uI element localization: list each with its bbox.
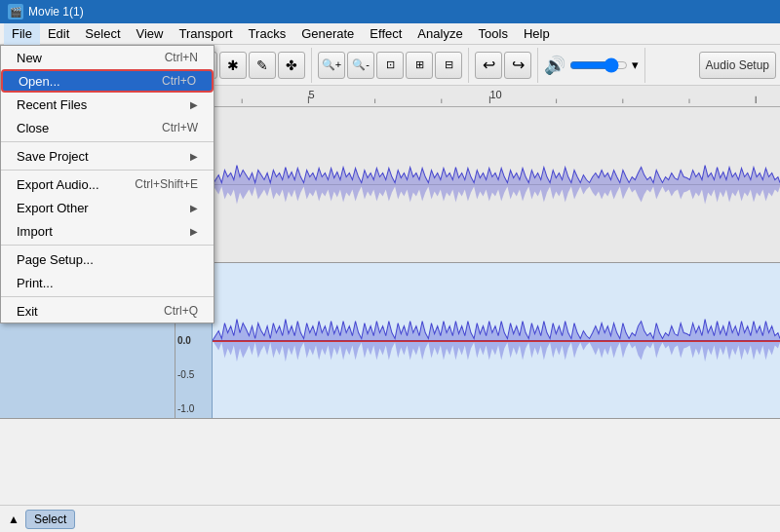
menu-item-open-shortcut: Ctrl+O (162, 74, 196, 88)
menu-transport[interactable]: Transport (171, 23, 240, 45)
separator-1 (1, 141, 214, 142)
menu-item-open-label: Open... (19, 74, 60, 89)
menu-item-new[interactable]: New Ctrl+N (1, 46, 214, 69)
menu-item-exit[interactable]: Exit Ctrl+Q (1, 299, 214, 323)
zoom-tool-button[interactable]: ✤ (278, 52, 305, 79)
menu-item-export-audio-label: Export Audio... (17, 177, 99, 192)
redo-button[interactable]: ↪ (504, 52, 531, 79)
title-bar: 🎬 Movie 1(1) (0, 0, 780, 23)
menu-edit[interactable]: Edit (40, 23, 77, 45)
menu-generate[interactable]: Generate (293, 23, 362, 45)
ruler-ticks (176, 86, 780, 103)
zoom-in-button[interactable]: 🔍+ (318, 52, 345, 79)
file-dropdown-menu: New Ctrl+N Open... Ctrl+O Recent Files ▶… (0, 45, 214, 323)
menu-effect[interactable]: Effect (362, 23, 410, 45)
y2-label-mid-bot: -0.5 (177, 369, 210, 380)
y2-label-mid: 0.0 (177, 335, 210, 346)
volume-slider[interactable] (569, 57, 628, 74)
menu-item-new-label: New (17, 51, 42, 65)
import-submenu-arrow: ▶ (190, 226, 198, 237)
speaker-icon: 🔊 (544, 55, 566, 76)
app-icon: 🎬 (8, 4, 23, 19)
zoom-sel-button[interactable]: ⊞ (406, 52, 433, 79)
undo-group: ↩ ↪ (475, 48, 538, 83)
draw-tool-button[interactable]: ✎ (249, 52, 276, 79)
volume-group: 🔊 ▾ (544, 48, 645, 83)
menu-item-export-other-label: Export Other (17, 201, 89, 215)
track-2-waveform: 1.0 0.5 0.0 -0.5 -1.0 (176, 263, 780, 418)
menu-item-close-label: Close (17, 121, 49, 135)
zoom-norm-button[interactable]: ⊟ (435, 52, 462, 79)
menu-item-exit-label: Exit (17, 304, 38, 319)
window-title: Movie 1(1) (28, 5, 84, 19)
menu-item-page-setup-label: Page Setup... (17, 252, 94, 267)
select-mode-button[interactable]: Select (25, 510, 75, 529)
menu-tools[interactable]: Tools (471, 23, 516, 45)
save-project-submenu-arrow: ▶ (190, 151, 198, 162)
track-1-waveform: 1.0 0.5 0.0 -0.5 -1.0 (176, 107, 780, 262)
menu-item-exit-shortcut: Ctrl+Q (164, 304, 198, 318)
recent-files-submenu-arrow: ▶ (190, 99, 198, 110)
menu-tracks[interactable]: Tracks (241, 23, 294, 45)
separator-2 (1, 170, 214, 171)
menu-view[interactable]: View (129, 23, 172, 45)
menu-item-export-other[interactable]: Export Other ▶ (1, 196, 214, 219)
zoom-out-button[interactable]: 🔍- (347, 52, 374, 79)
undo-button[interactable]: ↩ (475, 52, 502, 79)
audio-setup-button[interactable]: Audio Setup (699, 52, 776, 79)
ruler-marks-area: 5 10 (176, 86, 780, 103)
menu-item-new-shortcut: Ctrl+N (165, 51, 198, 64)
menu-file[interactable]: File (4, 23, 40, 45)
menu-item-page-setup[interactable]: Page Setup... (1, 247, 214, 271)
menu-select[interactable]: Select (77, 23, 128, 45)
track-1-waveform-svg (213, 107, 780, 262)
volume-dropdown-icon: ▾ (632, 57, 639, 72)
menu-item-open[interactable]: Open... Ctrl+O (1, 69, 214, 93)
separator-4 (1, 296, 214, 297)
menu-item-export-audio-shortcut: Ctrl+Shift+E (135, 177, 198, 191)
zoom-controls-group: 🔍+ 🔍- ⊡ ⊞ ⊟ (318, 48, 469, 83)
menu-bar: File Edit Select View Transport Tracks G… (0, 23, 780, 45)
audio-setup-group: Audio Setup (699, 52, 776, 79)
menu-item-recent[interactable]: Recent Files ▶ (1, 93, 214, 116)
export-other-submenu-arrow: ▶ (190, 203, 198, 213)
menu-item-print[interactable]: Print... (1, 271, 214, 294)
menu-item-print-label: Print... (17, 276, 54, 290)
file-dropdown: New Ctrl+N Open... Ctrl+O Recent Files ▶… (0, 45, 214, 323)
separator-3 (1, 245, 214, 246)
menu-item-import-label: Import (17, 224, 53, 239)
y2-label-bot: -1.0 (177, 403, 210, 414)
menu-item-recent-label: Recent Files (17, 97, 87, 112)
status-bar: ▲ Select (0, 505, 780, 532)
zoom-fit-button[interactable]: ⊡ (376, 52, 404, 79)
menu-item-save-project-label: Save Project (17, 149, 89, 164)
menu-item-save-project[interactable]: Save Project ▶ (1, 144, 214, 168)
menu-analyze[interactable]: Analyze (410, 23, 470, 45)
menu-item-close[interactable]: Close Ctrl+W (1, 116, 214, 139)
menu-help[interactable]: Help (516, 23, 558, 45)
menu-item-import[interactable]: Import ▶ (1, 219, 214, 243)
menu-item-export-audio[interactable]: Export Audio... Ctrl+Shift+E (1, 172, 214, 196)
track-2-center-line (213, 341, 780, 342)
expand-arrow[interactable]: ▲ (8, 513, 20, 526)
envelope-tool-button[interactable]: ✱ (219, 52, 247, 79)
menu-item-close-shortcut: Ctrl+W (162, 121, 198, 134)
